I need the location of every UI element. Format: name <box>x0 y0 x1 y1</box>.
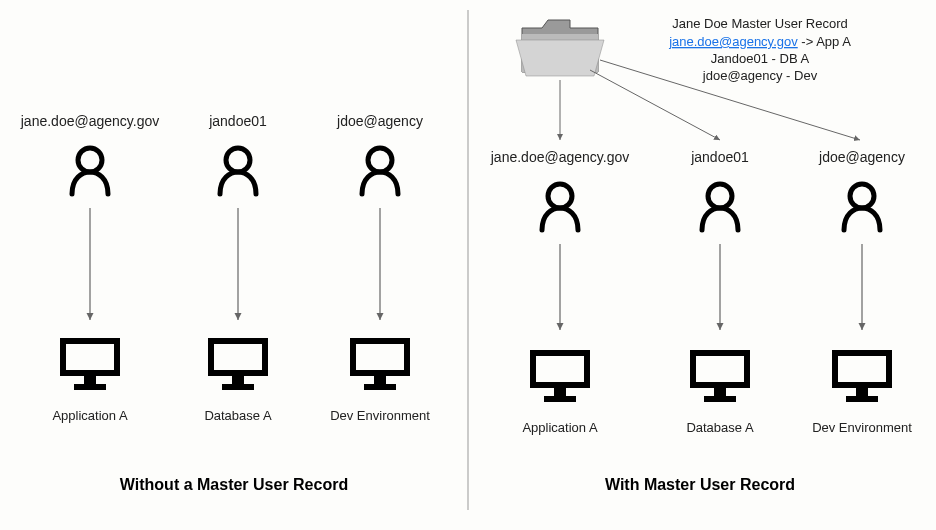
user-icon <box>702 184 738 230</box>
user-icon <box>220 148 256 194</box>
user-icon <box>844 184 880 230</box>
system-label: Application A <box>522 420 597 435</box>
record-mapping: Jandoe01 - DB A <box>711 51 810 66</box>
monitor-icon <box>350 338 410 390</box>
left-panel: jane.doe@agency.gov Application A jandoe… <box>20 113 430 493</box>
monitor-icon <box>832 350 892 402</box>
user-icon <box>542 184 578 230</box>
folder-icon <box>516 20 604 76</box>
monitor-icon <box>690 350 750 402</box>
caption-left: Without a Master User Record <box>120 476 348 493</box>
system-label: Database A <box>204 408 272 423</box>
caption-right: With Master User Record <box>605 476 795 493</box>
record-mapping: jdoe@agency - Dev <box>702 68 818 83</box>
record-title: Jane Doe Master User Record <box>672 16 848 31</box>
column: jane.doe@agency.gov Application A <box>20 113 160 423</box>
right-panel: Jane Doe Master User Record jane.doe@age… <box>490 16 912 493</box>
system-label: Database A <box>686 420 754 435</box>
user-id-label: jandoe01 <box>208 113 267 129</box>
folder-arrow <box>590 70 720 140</box>
column: jdoe@agency Dev Environment <box>330 113 430 423</box>
record-mapping: jane.doe@agency.gov -> App A <box>668 34 851 49</box>
user-icon <box>72 148 108 194</box>
system-label: Dev Environment <box>330 408 430 423</box>
record-link[interactable]: jane.doe@agency.gov <box>668 34 798 49</box>
user-id-label: jandoe01 <box>690 149 749 165</box>
column: jandoe01 Database A <box>204 113 272 423</box>
monitor-icon <box>60 338 120 390</box>
column: jdoe@agency Dev Environment <box>812 149 912 435</box>
system-label: Dev Environment <box>812 420 912 435</box>
user-icon <box>362 148 398 194</box>
monitor-icon <box>530 350 590 402</box>
user-id-label: jdoe@agency <box>818 149 905 165</box>
user-id-label: jane.doe@agency.gov <box>20 113 160 129</box>
system-label: Application A <box>52 408 127 423</box>
column: jandoe01 Database A <box>686 149 754 435</box>
column: jane.doe@agency.gov Application A <box>490 149 630 435</box>
user-id-label: jdoe@agency <box>336 113 423 129</box>
user-id-label: jane.doe@agency.gov <box>490 149 630 165</box>
monitor-icon <box>208 338 268 390</box>
